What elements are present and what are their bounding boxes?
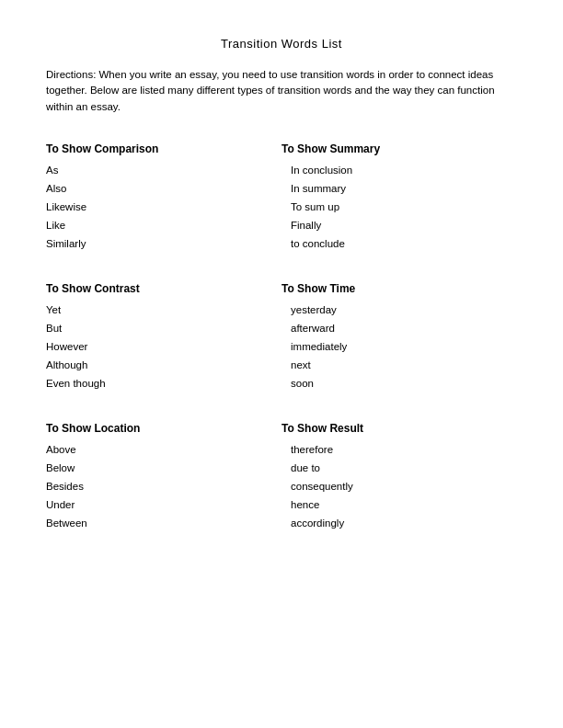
left-word-0-0: As — [46, 165, 282, 176]
left-word-0-4: Similarly — [46, 238, 282, 249]
left-word-0-3: Like — [46, 220, 282, 231]
left-word-1-1: But — [46, 323, 282, 334]
right-header-1: To Show Time — [282, 282, 517, 295]
right-word-0-2: To sum up — [282, 201, 517, 212]
right-word-2-0: therefore — [282, 444, 517, 455]
right-column-0: To Show SummaryIn conclusionIn summaryTo… — [282, 142, 517, 256]
directions-text: Directions: When you write an essay, you… — [46, 67, 517, 115]
left-word-1-3: Although — [46, 359, 282, 370]
right-word-0-3: Finally — [282, 220, 517, 231]
left-word-1-4: Even though — [46, 378, 282, 389]
right-word-0-0: In conclusion — [282, 165, 517, 176]
left-word-0-2: Likewise — [46, 201, 282, 212]
left-column-2: To Show LocationAboveBelowBesidesUnderBe… — [46, 422, 282, 536]
left-word-2-0: Above — [46, 444, 282, 455]
left-word-2-4: Between — [46, 518, 282, 529]
right-word-2-2: consequently — [282, 481, 517, 492]
left-column-1: To Show ContrastYetButHoweverAlthoughEve… — [46, 282, 282, 396]
right-word-0-4: to conclude — [282, 238, 517, 249]
right-column-1: To Show Timeyesterdayafterwardimmediatel… — [282, 282, 517, 396]
section-group-1: To Show ContrastYetButHoweverAlthoughEve… — [46, 282, 517, 396]
left-column-0: To Show ComparisonAsAlsoLikewiseLikeSimi… — [46, 142, 282, 256]
left-header-1: To Show Contrast — [46, 282, 282, 295]
right-header-0: To Show Summary — [282, 142, 517, 155]
section-group-0: To Show ComparisonAsAlsoLikewiseLikeSimi… — [46, 142, 517, 256]
right-word-1-0: yesterday — [282, 304, 517, 315]
left-word-0-1: Also — [46, 183, 282, 194]
content-wrapper: To Show ComparisonAsAlsoLikewiseLikeSimi… — [46, 142, 517, 562]
right-word-0-1: In summary — [282, 183, 517, 194]
left-word-2-1: Below — [46, 462, 282, 473]
right-word-2-3: hence — [282, 499, 517, 510]
left-word-1-0: Yet — [46, 304, 282, 315]
section-group-2: To Show LocationAboveBelowBesidesUnderBe… — [46, 422, 517, 536]
left-header-2: To Show Location — [46, 422, 282, 435]
right-word-2-1: due to — [282, 462, 517, 473]
right-word-1-3: next — [282, 359, 517, 370]
left-word-2-2: Besides — [46, 481, 282, 492]
right-word-1-2: immediately — [282, 341, 517, 352]
right-word-1-1: afterward — [282, 323, 517, 334]
left-word-1-2: However — [46, 341, 282, 352]
right-header-2: To Show Result — [282, 422, 517, 435]
right-column-2: To Show Resultthereforedue toconsequentl… — [282, 422, 517, 536]
right-word-2-4: accordingly — [282, 518, 517, 529]
right-word-1-4: soon — [282, 378, 517, 389]
left-header-0: To Show Comparison — [46, 142, 282, 155]
page-title: Transition Words List — [46, 37, 517, 51]
left-word-2-3: Under — [46, 499, 282, 510]
